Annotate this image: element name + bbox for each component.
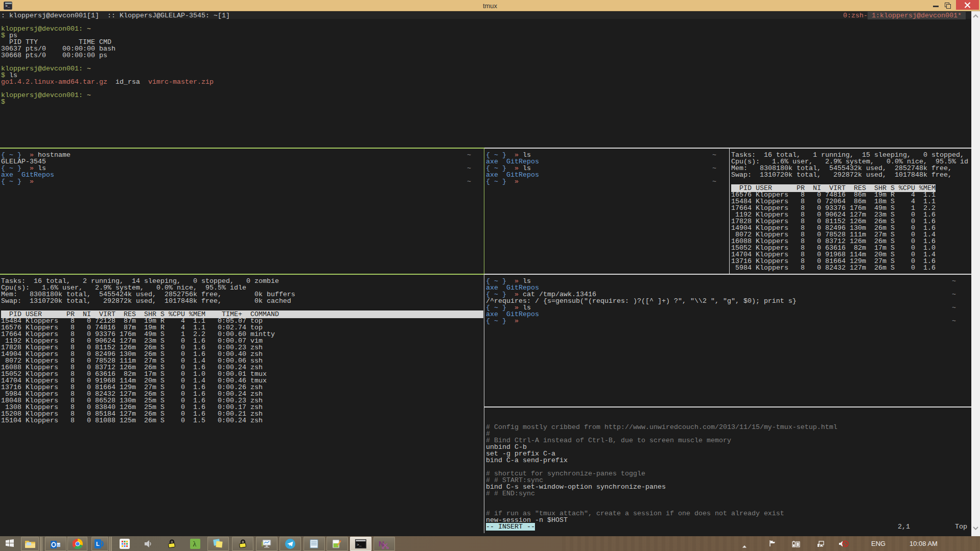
svg-text:λ: λ bbox=[193, 540, 197, 548]
svg-text:L: L bbox=[96, 541, 100, 547]
svg-text:>_: >_ bbox=[357, 542, 362, 547]
